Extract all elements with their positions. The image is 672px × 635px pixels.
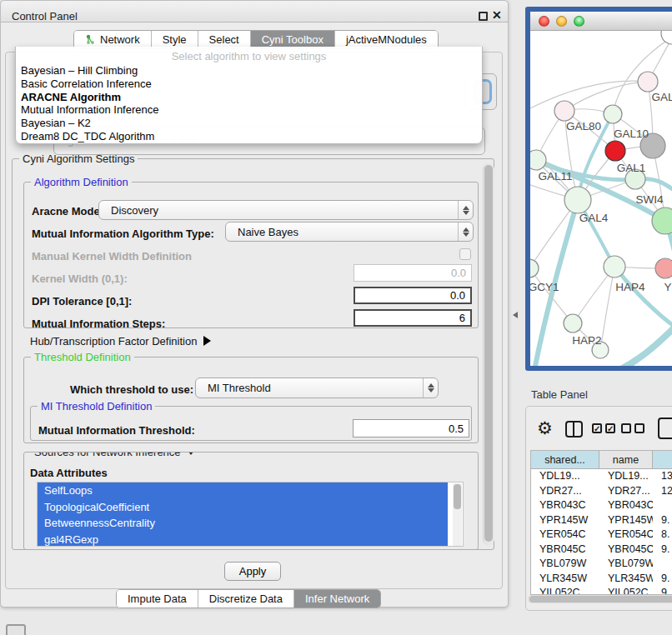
tab-cyni-toolbox[interactable]: Cyni Toolbox <box>251 31 335 48</box>
tab-infer-network[interactable]: Infer Network <box>294 590 380 608</box>
node-label: GCY1 <box>530 281 559 293</box>
sources-legend[interactable]: Sources for Network Inference <box>31 452 199 458</box>
select-all-checkboxes-icon[interactable]: ✓ ✓ <box>592 423 615 433</box>
table-cell: YIL052C <box>599 586 653 594</box>
which-threshold-value: MI Threshold <box>196 382 423 394</box>
node-gal-partial[interactable] <box>638 72 658 92</box>
table-cell: YDL19... <box>599 469 653 484</box>
mi-type-combo[interactable]: Naive Bayes <box>225 222 474 242</box>
data-attributes-list[interactable]: SelfLoops TopologicalCoefficient Between… <box>37 482 464 547</box>
network-edge <box>564 82 648 111</box>
control-panel-title: Control Panel <box>12 10 78 22</box>
table-row[interactable]: YIL052C YIL052C 9 <box>531 586 672 594</box>
node-gal10[interactable] <box>604 105 622 123</box>
table-horizontal-scrollbar-thumb[interactable] <box>529 596 672 602</box>
tab-style[interactable]: Style <box>152 31 198 48</box>
column-header-name[interactable]: name <box>599 451 653 469</box>
table-panel-title: Table Panel <box>531 388 588 401</box>
kernel-width-field[interactable] <box>354 264 472 282</box>
node-hap4[interactable] <box>604 256 625 278</box>
attr-item-selfloops[interactable]: SelfLoops <box>38 482 448 499</box>
dropdown-item-basic-correlation[interactable]: Basic Correlation Inference <box>16 78 482 91</box>
tab-impute-data[interactable]: Impute Data <box>117 590 198 608</box>
tab-discretize-data[interactable]: Discretize Data <box>198 590 294 608</box>
table-row[interactable]: YBR043C YBR043C <box>531 498 672 513</box>
float-window-icon[interactable] <box>479 12 488 21</box>
table-cell: YLR345W <box>531 572 599 587</box>
collapsed-panel-icon[interactable] <box>6 624 26 635</box>
node-gal11[interactable] <box>530 150 546 170</box>
tab-jactivemnodules[interactable]: jActiveMNodules <box>335 31 438 48</box>
node-hap2[interactable] <box>564 314 582 332</box>
manual-kernel-checkbox[interactable] <box>459 248 471 260</box>
close-icon[interactable]: ✕ <box>492 8 502 22</box>
manual-kernel-label: Manual Kernel Width Definition <box>32 250 192 262</box>
collapse-down-icon <box>186 452 196 455</box>
unchecked-checkbox-icon <box>634 423 644 433</box>
gear-icon[interactable]: ⚙ <box>537 419 553 438</box>
column-header-partial[interactable] <box>653 451 672 469</box>
table-row[interactable]: YLR345W YLR345W 9. <box>531 572 672 587</box>
dropdown-item-dream8[interactable]: Dream8 DC_TDC Algorithm <box>16 130 482 143</box>
node-gal80[interactable] <box>554 101 574 121</box>
table-cell: YBR045C <box>599 542 653 558</box>
table-cell: YLR345W <box>599 572 653 587</box>
tab-select[interactable]: Select <box>198 31 251 48</box>
table-cell: 13 <box>653 469 672 484</box>
dropdown-item-bayesian-k2[interactable]: Bayesian – K2 <box>16 117 482 130</box>
node-salmon[interactable] <box>655 258 672 278</box>
node-red[interactable] <box>605 141 625 161</box>
mi-steps-field[interactable] <box>354 309 472 327</box>
attr-list-scrollbar-thumb[interactable] <box>454 484 461 509</box>
attr-item-topologicalcoefficient[interactable]: TopologicalCoefficient <box>38 499 448 516</box>
close-traffic-light-icon[interactable] <box>539 16 549 27</box>
table-row[interactable]: YBR045C YBR045C 9. <box>531 542 672 558</box>
dropdown-item-mutual-information[interactable]: Mutual Information Inference <box>16 103 482 117</box>
table-row[interactable]: YPR145W YPR145W 9. <box>531 513 672 528</box>
network-canvas[interactable]: GAL GAL80 GAL10 GAL1 GAL11 SWI4 GAL4 GCY… <box>530 31 672 367</box>
table-cell: 12 <box>653 484 672 499</box>
attr-list-scrollbar[interactable] <box>453 483 462 547</box>
partial-toolbar-icon[interactable] <box>658 418 672 439</box>
table-row[interactable]: YDL19... YDL19... 13 <box>531 469 672 484</box>
settings-scrollbar-thumb[interactable] <box>484 165 493 542</box>
sources-legend-label: Sources for Network Inference <box>34 452 181 458</box>
dpi-tolerance-field[interactable] <box>354 287 472 304</box>
aracne-mode-combo[interactable]: Discovery <box>98 200 474 220</box>
tab-network-label: Network <box>100 33 140 46</box>
column-browser-icon[interactable] <box>565 421 583 438</box>
table-cell: 8. <box>653 528 672 542</box>
dropdown-item-aracne[interactable]: ARACNE Algorithm <box>16 91 482 104</box>
attr-item-gal4rgexp[interactable]: gal4RGexp <box>38 532 448 548</box>
network-window-titlebar[interactable] <box>530 12 672 31</box>
node-gal4[interactable] <box>564 187 591 213</box>
zoom-traffic-light-icon[interactable] <box>574 16 584 27</box>
table-row[interactable]: YER054C YER054C 8. <box>531 528 672 542</box>
table-cell: YDL19... <box>531 469 599 484</box>
node-gcy1[interactable] <box>530 259 539 278</box>
mi-threshold-legend: MI Threshold Definition <box>38 400 155 412</box>
minimize-traffic-light-icon[interactable] <box>556 16 567 27</box>
apply-button[interactable]: Apply <box>224 562 281 581</box>
mi-threshold-field[interactable] <box>353 419 469 438</box>
table-row[interactable]: YBL079W YBL079W <box>531 557 672 572</box>
algorithm-dropdown-popup: Select algorithm to view settings Bayesi… <box>15 47 483 144</box>
table-cell: YBR043C <box>531 498 599 513</box>
attr-item-betweennesscentrality[interactable]: BetweennessCentrality <box>38 515 448 532</box>
hub-definition-label: Hub/Transcription Factor Definition <box>30 335 197 348</box>
column-header-shared-name[interactable]: shared... <box>531 451 599 469</box>
node-big-green[interactable] <box>652 208 672 234</box>
which-threshold-combo[interactable]: MI Threshold <box>195 378 439 398</box>
deselect-all-checkboxes-icon[interactable] <box>621 423 644 433</box>
spinner-arrows-icon <box>423 378 438 398</box>
tab-network[interactable]: Network <box>74 31 152 48</box>
hub-definition-toggle[interactable]: Hub/Transcription Factor Definition <box>30 335 211 348</box>
table-row[interactable]: YDR27... YDR27... 12 <box>531 484 672 499</box>
table-cell <box>653 498 672 513</box>
unchecked-checkbox-icon <box>621 423 631 433</box>
threshold-definition-legend: Threshold Definition <box>31 351 134 363</box>
dropdown-item-bayesian-hill[interactable]: Bayesian – Hill Climbing <box>16 64 482 78</box>
panel-splitter-arrow-icon[interactable] <box>513 312 518 318</box>
table-cell: YDR27... <box>531 484 599 499</box>
node-partial-top[interactable] <box>661 31 672 44</box>
